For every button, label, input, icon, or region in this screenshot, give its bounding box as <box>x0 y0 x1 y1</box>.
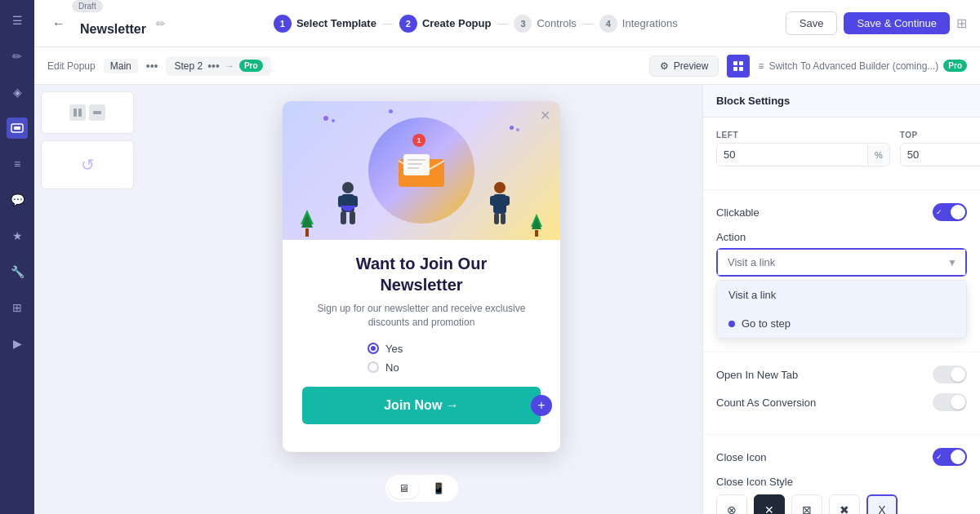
main-badge: Main <box>104 59 138 73</box>
step-2[interactable]: 2 Create Popup <box>399 15 492 33</box>
step-4[interactable]: 4 Integrations <box>599 15 678 33</box>
radio-yes[interactable]: Yes <box>368 343 403 355</box>
left-input[interactable] <box>717 144 867 166</box>
add-block-button[interactable]: + <box>531 395 552 416</box>
radio-no-label: No <box>385 361 399 374</box>
editor-area: ↺ ✕ <box>34 85 980 514</box>
popup-illustration: 1 <box>283 101 560 240</box>
sidebar-icon-play[interactable]: ▶ <box>7 333 28 354</box>
position-fields: LEFT % TOP % <box>716 131 967 166</box>
close-style-circle-x[interactable]: ⊗ <box>716 494 747 514</box>
svg-point-21 <box>494 182 506 193</box>
sidebar-icon-comments[interactable]: 💬 <box>7 189 28 210</box>
block-item-layout[interactable] <box>41 91 134 134</box>
sidebar-icon-popup[interactable] <box>7 117 28 139</box>
step-dots-button[interactable]: ••• <box>207 60 220 73</box>
sidebar-icon-star[interactable]: ★ <box>7 225 28 246</box>
svg-rect-14 <box>408 167 419 169</box>
device-toggle: 🖥 📱 <box>385 475 458 502</box>
svg-rect-6 <box>74 109 77 117</box>
sidebar-icon-grid[interactable]: ⊞ <box>7 297 28 318</box>
popup-subtitle: Sign up for our newsletter and receive e… <box>302 302 541 330</box>
svg-rect-20 <box>350 211 355 224</box>
popup-cta-button[interactable]: Join Now → <box>302 387 541 424</box>
option-visit-link-item[interactable]: Visit a link <box>717 281 966 309</box>
edit-popup-label: Edit Popup <box>47 60 96 72</box>
top-field-group: TOP % <box>900 131 980 166</box>
block-settings-header: Block Settings <box>703 85 980 117</box>
top-nav: ← Draft Newsletter ✏ 1 Select Template —… <box>34 0 980 47</box>
step-4-num: 4 <box>599 15 617 33</box>
mobile-button[interactable]: 📱 <box>422 478 455 498</box>
radio-yes-label: Yes <box>385 343 403 355</box>
close-style-bold-x[interactable]: ✖ <box>829 494 860 514</box>
svg-rect-2 <box>733 61 737 65</box>
svg-rect-5 <box>739 67 743 71</box>
svg-rect-18 <box>351 196 358 207</box>
popup-title: Want to Join Our Newsletter <box>302 253 541 295</box>
step-3-num: 3 <box>514 15 532 33</box>
layout-button[interactable] <box>727 55 750 78</box>
sidebar-icon-shapes[interactable]: ◈ <box>7 82 28 103</box>
notification-badge: 1 <box>412 134 425 147</box>
figure-right <box>484 181 515 232</box>
svg-rect-3 <box>739 61 743 65</box>
close-style-plain-x[interactable]: X <box>866 494 898 514</box>
desktop-button[interactable]: 🖥 <box>389 478 419 498</box>
illustration-circle: 1 <box>368 117 474 224</box>
step-divider-2: — <box>497 18 507 29</box>
action-select[interactable]: Visit a link Go to step <box>718 250 965 275</box>
back-button[interactable]: ← <box>47 12 70 35</box>
svg-rect-1 <box>14 126 20 130</box>
save-continue-button[interactable]: Save & Continue <box>844 12 950 34</box>
block-item-spinner[interactable]: ↺ <box>41 140 134 189</box>
advanced-pro-badge: Pro <box>943 60 967 72</box>
close-icon-toggle[interactable]: ✓ <box>933 448 967 466</box>
toolbar-dots-button[interactable]: ••• <box>146 60 158 73</box>
radio-no[interactable]: No <box>368 361 399 374</box>
extra-toggles-section: Open In New Tab ✕ Count As Conversion ✕ <box>703 352 980 435</box>
clickable-row: Clickable ✓ <box>716 203 967 221</box>
close-style-filled-x[interactable]: ✕ <box>754 494 785 514</box>
edit-title-icon[interactable]: ✏ <box>156 17 166 30</box>
option-go-to-step-item[interactable]: Go to step <box>717 309 966 338</box>
open-new-tab-toggle[interactable]: ✕ <box>933 366 967 383</box>
svg-rect-27 <box>305 228 309 237</box>
top-field-label: TOP <box>900 131 980 140</box>
advanced-builder-button[interactable]: ≡ Switch To Advanced Builder (coming...)… <box>758 60 967 72</box>
left-field-label: LEFT <box>716 131 890 140</box>
step-3[interactable]: 3 Controls <box>514 15 576 33</box>
close-style-box-x[interactable]: ⊠ <box>791 494 822 514</box>
svg-rect-7 <box>78 109 82 117</box>
top-input[interactable] <box>901 144 980 166</box>
step-2-num: 2 <box>399 15 417 33</box>
open-new-tab-label: Open In New Tab <box>716 369 798 381</box>
preview-icon: ⚙ <box>660 60 669 72</box>
sidebar-icon-menu[interactable]: ☰ <box>7 10 28 31</box>
action-dropdown: Visit a link Go to step <box>716 280 967 339</box>
step-1[interactable]: 1 Select Template <box>274 15 376 33</box>
preview-button[interactable]: ⚙ Preview <box>649 55 719 77</box>
sidebar-icon-edit[interactable]: ✏ <box>7 46 28 67</box>
nav-steps: 1 Select Template — 2 Create Popup — 3 C… <box>176 15 776 33</box>
close-icon-label: Close Icon <box>716 451 766 463</box>
figure-left <box>332 181 364 232</box>
popup-close-button[interactable]: ✕ <box>540 109 550 122</box>
clickable-toggle[interactable]: ✓ <box>933 203 967 221</box>
step-1-label: Select Template <box>296 17 376 29</box>
preview-label: Preview <box>674 60 709 72</box>
block-icons <box>69 104 105 121</box>
popup-preview: ✕ <box>283 101 560 452</box>
step-3-label: Controls <box>537 17 576 29</box>
clickable-label: Clickable <box>716 206 760 219</box>
left-sidebar: ☰ ✏ ◈ ≡ 💬 ★ 🔧 ⊞ ▶ <box>0 0 34 514</box>
grid-nav-icon[interactable]: ⊞ <box>956 16 967 31</box>
step-badge: Step 2 ••• → Pro <box>166 56 270 76</box>
action-select-wrap: Visit a link Go to step ▼ <box>716 248 967 277</box>
save-button[interactable]: Save <box>786 11 838 35</box>
step-divider-3: — <box>583 18 593 29</box>
count-conversion-toggle[interactable]: ✕ <box>933 393 967 411</box>
advanced-icon: ≡ <box>758 60 764 72</box>
sidebar-icon-tools[interactable]: 🔧 <box>7 261 28 282</box>
sidebar-icon-layers[interactable]: ≡ <box>7 153 28 175</box>
